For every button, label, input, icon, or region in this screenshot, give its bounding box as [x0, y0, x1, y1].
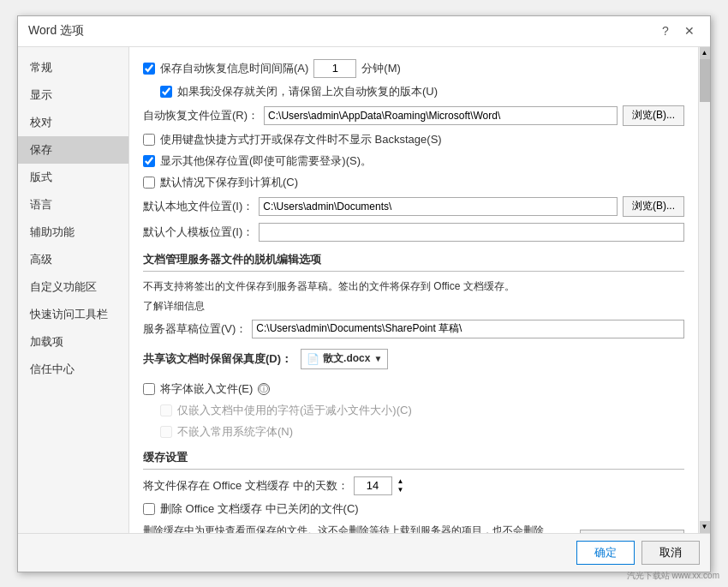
- arrow-annotation: →: [18, 112, 20, 132]
- ok-button[interactable]: 确定: [576, 541, 635, 565]
- default-template-path-row: 默认个人模板位置(I)：: [143, 223, 684, 242]
- scroll-thumb[interactable]: [700, 59, 710, 102]
- autosave-keep-row: 如果我没保存就关闭，请保留上次自动恢复的版本(U): [160, 84, 684, 99]
- server-info1: 不再支持将签出的文件保存到服务器草稿。签出的文件将保存到 Office 文档缓存…: [143, 279, 684, 295]
- fidelity-section: 共享该文档时保留保真度(D)： 📄 散文.docx ▼: [143, 349, 684, 369]
- show-other-locations-row: 显示其他保存位置(即使可能需要登录)(S)。: [143, 153, 684, 169]
- default-template-label: 默认个人模板位置(I)：: [143, 225, 254, 240]
- sidebar-item-accessibility[interactable]: 辅助功能: [18, 219, 128, 246]
- sidebar-item-trust-center[interactable]: 信任中心: [18, 356, 128, 383]
- sidebar-item-general[interactable]: 常规: [18, 54, 128, 81]
- autorecover-path-row: 自动恢复文件位置(R)： 浏览(B)...: [143, 105, 684, 126]
- autosave-unit-label: 分钟(M): [361, 61, 401, 76]
- sidebar-item-language[interactable]: 语言: [18, 191, 128, 219]
- default-local-label: 默认情况下保存到计算机(C): [160, 175, 298, 190]
- embed-fonts-row: 将字体嵌入文件(E) ⓘ: [143, 381, 684, 397]
- word-options-dialog: Word 选项 ? ✕ 常规 显示 → 校对 保存 版式: [17, 15, 711, 572]
- keyboard-open-checkbox[interactable]: [143, 134, 155, 146]
- cache-days-input[interactable]: [354, 476, 392, 495]
- cache-desc-area: 删除缓存中为更快查看而保存的文件。这不会删除等待上载到服务器的项目，也不会删除有…: [143, 523, 549, 533]
- sidebar-item-proofing[interactable]: → 校对: [18, 109, 128, 136]
- browse-local-path-button[interactable]: 浏览(B)...: [623, 196, 684, 217]
- scroll-track[interactable]: [700, 59, 710, 521]
- default-local-checkbox[interactable]: [143, 177, 155, 189]
- sidebar-item-layout[interactable]: 版式: [18, 164, 128, 191]
- cache-days-up-icon[interactable]: ▲: [397, 477, 404, 485]
- fidelity-filename: 散文.docx: [323, 351, 370, 366]
- cache-days-row: 将文件保存在 Office 文档缓存 中的天数： ▲ ▼: [143, 476, 684, 495]
- title-bar-actions: ? ✕: [655, 21, 700, 41]
- main-content: 保存自动恢复信息时间间隔(A) 1 分钟(M) 如果我没保存就关闭，请保留上次自…: [129, 47, 698, 533]
- autosave-row: 保存自动恢复信息时间间隔(A) 1 分钟(M): [143, 59, 684, 78]
- cache-days-spinner[interactable]: ▲ ▼: [397, 477, 404, 494]
- delete-closed-label: 删除 Office 文档缓存 中已关闭的文件(C): [160, 501, 359, 517]
- embed-fonts-info-icon[interactable]: ⓘ: [258, 383, 270, 395]
- title-bar: Word 选项 ? ✕: [18, 16, 710, 47]
- help-button[interactable]: ?: [655, 21, 676, 41]
- embed-only-used-checkbox[interactable]: [160, 404, 172, 416]
- default-template-input[interactable]: [259, 223, 684, 242]
- default-local-path-row: 默认本地文件位置(I)： 浏览(B)...: [143, 196, 684, 217]
- autosave-minutes-input[interactable]: 1: [313, 59, 356, 78]
- embed-fonts-label: 将字体嵌入文件(E): [160, 381, 253, 397]
- no-common-fonts-label: 不嵌入常用系统字体(N): [177, 424, 293, 440]
- cancel-button[interactable]: 取消: [641, 541, 700, 565]
- fidelity-title: 共享该文档时保留保真度(D)：: [143, 351, 292, 367]
- server-learn-more-link[interactable]: 了解详细信息: [143, 300, 205, 312]
- default-local-row: 默认情况下保存到计算机(C): [143, 175, 684, 190]
- sidebar-item-display[interactable]: 显示: [18, 81, 128, 109]
- autorecover-path-input[interactable]: [264, 106, 618, 125]
- cache-desc-text: 删除缓存中为更快查看而保存的文件。这不会删除等待上载到服务器的项目，也不会删除有…: [143, 524, 544, 533]
- autosave-label: 保存自动恢复信息时间间隔(A): [160, 61, 308, 76]
- sidebar-item-quick-access[interactable]: 快速访问工具栏: [18, 301, 128, 328]
- show-other-locations-checkbox[interactable]: [143, 155, 155, 167]
- no-common-fonts-row: 不嵌入常用系统字体(N): [160, 424, 684, 440]
- fidelity-dropdown-arrow: ▼: [373, 354, 382, 363]
- dialog-footer: 确定 取消: [18, 533, 710, 572]
- no-common-fonts-checkbox[interactable]: [160, 426, 172, 438]
- show-other-locations-label: 显示其他保存位置(即使可能需要登录)(S)。: [160, 153, 372, 169]
- keyboard-open-label: 使用键盘快捷方式打开或保存文件时不显示 Backstage(S): [160, 132, 442, 147]
- scroll-down-button[interactable]: ▼: [700, 521, 710, 533]
- sidebar-item-addins[interactable]: 加载项: [18, 328, 128, 356]
- autorecover-path-label: 自动恢复文件位置(R)：: [143, 108, 259, 123]
- server-section-title: 文档管理服务器文件的脱机编辑选项: [143, 252, 684, 272]
- autosave-checkbox[interactable]: [143, 63, 155, 75]
- default-local-path-label: 默认本地文件位置(I)：: [143, 199, 254, 214]
- dialog-title: Word 选项: [28, 23, 84, 39]
- default-local-path-input[interactable]: [259, 197, 618, 216]
- cache-bottom: 删除缓存中为更快查看而保存的文件。这不会删除等待上载到服务器的项目，也不会删除有…: [143, 523, 684, 533]
- scrollbar[interactable]: ▲ ▼: [698, 47, 710, 533]
- watermark: 汽光下载站 www.xx.com: [627, 570, 719, 582]
- server-draft-row: 服务器草稿位置(V)：: [143, 320, 684, 338]
- sidebar-item-advanced[interactable]: 高级: [18, 246, 128, 273]
- embed-only-used-label: 仅嵌入文档中使用的字符(适于减小文件大小)(C): [177, 403, 412, 418]
- cache-days-label: 将文件保存在 Office 文档缓存 中的天数：: [143, 478, 349, 494]
- autosave-keep-checkbox[interactable]: [160, 86, 172, 98]
- sidebar-item-save[interactable]: 保存: [18, 136, 128, 164]
- browse-autorecover-button[interactable]: 浏览(B)...: [623, 105, 684, 126]
- close-button[interactable]: ✕: [679, 21, 700, 41]
- sidebar-item-customize-ribbon[interactable]: 自定义功能区: [18, 273, 128, 301]
- embed-fonts-checkbox[interactable]: [143, 383, 155, 395]
- delete-closed-checkbox[interactable]: [143, 503, 155, 515]
- server-info-link: 了解详细信息: [143, 298, 684, 314]
- cache-days-down-icon[interactable]: ▼: [397, 486, 404, 494]
- server-draft-input[interactable]: [252, 320, 684, 338]
- delete-closed-row: 删除 Office 文档缓存 中已关闭的文件(C): [143, 501, 684, 517]
- embed-only-used-row: 仅嵌入文档中使用的字符(适于减小文件大小)(C): [160, 403, 684, 418]
- fidelity-file-icon: 📄: [307, 353, 319, 365]
- fidelity-dropdown[interactable]: 📄 散文.docx ▼: [301, 349, 388, 369]
- scroll-up-button[interactable]: ▲: [700, 47, 710, 59]
- keyboard-open-row: 使用键盘快捷方式打开或保存文件时不显示 Backstage(S): [143, 132, 684, 147]
- dialog-body: 常规 显示 → 校对 保存 版式 语言 辅助功能 高级: [18, 47, 710, 533]
- sidebar: 常规 显示 → 校对 保存 版式 语言 辅助功能 高级: [18, 47, 129, 533]
- server-draft-label: 服务器草稿位置(V)：: [143, 321, 247, 337]
- autosave-keep-label: 如果我没保存就关闭，请保留上次自动恢复的版本(U): [177, 84, 438, 99]
- cache-section-title: 缓存设置: [143, 450, 684, 470]
